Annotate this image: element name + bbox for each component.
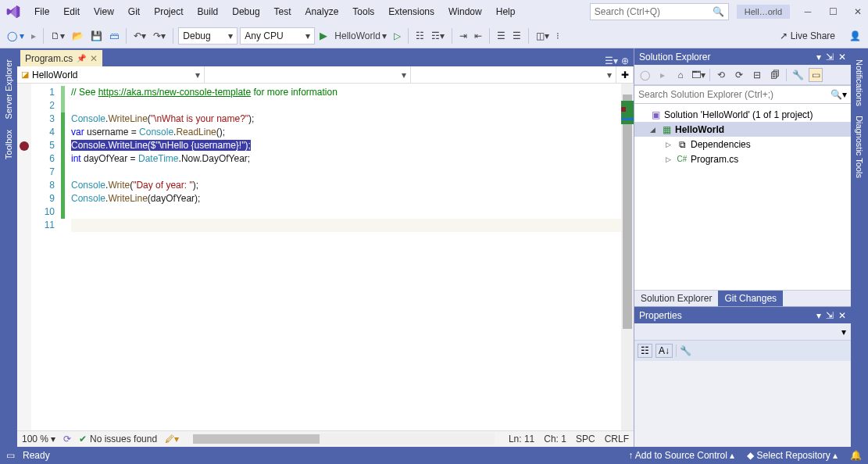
panel-pin-icon[interactable]: ⇲	[826, 310, 834, 321]
menu-file[interactable]: File	[28, 3, 55, 20]
col-indicator[interactable]: Ch: 1	[544, 434, 566, 444]
menu-project[interactable]: Project	[148, 3, 189, 20]
switch-view-icon[interactable]: 🗔▾	[691, 68, 705, 82]
menu-help[interactable]: Help	[490, 3, 522, 20]
nav-project-combo[interactable]: ◪HelloWorld▾	[17, 66, 205, 83]
maximize-button[interactable]: ☐	[827, 6, 838, 17]
nav-fwd-button[interactable]: ▸	[29, 29, 38, 43]
panel-menu-icon[interactable]: ▾	[816, 52, 821, 62]
undo-button[interactable]: ↶▾	[131, 29, 148, 43]
step-btn-2[interactable]: ⇤	[472, 29, 484, 43]
dependencies-node[interactable]: ▷⧉Dependencies	[634, 137, 851, 152]
zoom-level[interactable]: 100 % ▾	[22, 434, 55, 444]
tab-overflow-button[interactable]: ☰▾	[605, 55, 618, 66]
menu-tools[interactable]: Tools	[346, 3, 380, 20]
menu-extensions[interactable]: Extensions	[382, 3, 441, 20]
layout-btn-2[interactable]: ☶▾	[429, 29, 447, 43]
menu-test[interactable]: Test	[268, 3, 298, 20]
menu-build[interactable]: Build	[191, 3, 225, 20]
add-source-control-button[interactable]: ↑ Add to Source Control ▴	[628, 450, 734, 461]
indent-btn-2[interactable]: ☰	[510, 29, 523, 43]
nav-back-button[interactable]: ◯ ▾	[5, 29, 27, 43]
new-item-button[interactable]: 🗋▾	[48, 29, 67, 43]
menu-view[interactable]: View	[88, 3, 120, 20]
preview-icon[interactable]: ▭	[809, 68, 823, 82]
save-all-button[interactable]: 🗃	[107, 29, 121, 43]
notifications-bell-icon[interactable]: 🔔	[850, 450, 862, 461]
code-text[interactable]: // See https://aka.ms/new-console-templa…	[65, 84, 634, 232]
horizontal-scrollbar[interactable]	[193, 434, 495, 444]
breakpoint-gutter[interactable]	[17, 84, 31, 430]
panel-menu-icon[interactable]: ▾	[816, 310, 821, 321]
panel-close-icon[interactable]: ✕	[838, 310, 846, 321]
tab-git-changes[interactable]: Git Changes	[718, 291, 783, 306]
solution-tree[interactable]: ▣Solution 'HelloWorld' (1 of 1 project) …	[634, 104, 851, 290]
solution-search-input[interactable]	[638, 89, 830, 100]
close-tab-icon[interactable]: ✕	[90, 53, 98, 64]
refresh-icon[interactable]: ⟳	[732, 68, 746, 82]
server-explorer-tab[interactable]: Server Explorer	[2, 55, 15, 123]
back-icon[interactable]: ◯	[638, 68, 652, 82]
close-button[interactable]: ✕	[852, 6, 863, 17]
project-node[interactable]: ◢▦HelloWorld	[634, 122, 851, 137]
menu-analyze[interactable]: Analyze	[299, 3, 345, 20]
document-tab[interactable]: Program.cs 📌 ✕	[20, 50, 102, 66]
menu-git[interactable]: Git	[122, 3, 146, 20]
nav-member-combo[interactable]: ▾	[411, 66, 617, 83]
start-target[interactable]: HelloWorld ▾	[332, 29, 388, 43]
notifications-tab[interactable]: Notifications	[853, 55, 866, 111]
global-search[interactable]: 🔍	[590, 3, 729, 20]
menu-debug[interactable]: Debug	[226, 3, 266, 20]
show-all-icon[interactable]: 🗐	[768, 68, 782, 82]
config-combo[interactable]: Debug▾	[178, 27, 238, 45]
panel-close-icon[interactable]: ✕	[838, 52, 846, 62]
collapse-icon[interactable]: ⊟	[750, 68, 764, 82]
feedback-button[interactable]: 👤	[847, 29, 863, 43]
menu-window[interactable]: Window	[442, 3, 488, 20]
menu-edit[interactable]: Edit	[57, 3, 86, 20]
solution-search[interactable]: 🔍▾	[634, 85, 851, 104]
minimize-button[interactable]: ─	[802, 6, 813, 17]
home-icon[interactable]: ⌂	[673, 68, 688, 82]
issues-indicator[interactable]: ✔No issues found	[79, 434, 157, 444]
breakpoint-icon[interactable]	[20, 141, 29, 151]
properties-icon[interactable]: 🔧	[791, 68, 805, 82]
select-repository-button[interactable]: ◆ Select Repository ▴	[747, 450, 838, 461]
open-button[interactable]: 📂	[70, 29, 86, 43]
line-indicator[interactable]: Ln: 11	[509, 434, 534, 444]
toolbox-tab[interactable]: Toolbox	[2, 125, 15, 164]
tab-more-button[interactable]: ⊕	[621, 55, 629, 66]
vertical-scrollbar[interactable]	[621, 84, 634, 430]
indent-indicator[interactable]: SPC	[576, 434, 595, 444]
start-nodebug-button[interactable]: ▷	[391, 29, 403, 43]
nav-type-combo[interactable]: ▾	[205, 66, 411, 83]
properties-wrench-icon[interactable]: 🔧	[680, 345, 691, 356]
code-editor[interactable]: 1234567891011 // See https://aka.ms/new-…	[17, 84, 634, 430]
split-button[interactable]: ✚	[616, 66, 634, 83]
solution-explorer-header[interactable]: Solution Explorer ▾⇲✕	[634, 48, 851, 65]
save-button[interactable]: 💾	[88, 29, 105, 43]
health-icon[interactable]: ⟳	[63, 434, 71, 444]
file-node[interactable]: ▷C#Program.cs	[634, 152, 851, 166]
eol-indicator[interactable]: CRLF	[605, 434, 629, 444]
alphabetical-icon[interactable]: A↓	[655, 344, 673, 358]
redo-button[interactable]: ↷▾	[151, 29, 168, 43]
fwd-icon[interactable]: ▸	[655, 68, 670, 82]
bookmark-btn[interactable]: ◫▾	[534, 29, 552, 43]
live-share-button[interactable]: ↗ Live Share	[780, 30, 835, 41]
pin-icon[interactable]: 📌	[77, 54, 86, 62]
lightbulb-icon[interactable]: 🖉▾	[165, 434, 179, 444]
platform-combo[interactable]: Any CPU▾	[240, 27, 315, 45]
step-btn-1[interactable]: ⇥	[457, 29, 470, 43]
global-search-input[interactable]	[595, 6, 713, 17]
start-debug-button[interactable]: ▶	[317, 28, 330, 43]
indent-btn-1[interactable]: ☰	[495, 29, 508, 43]
extra-btn[interactable]: ⁝	[554, 29, 562, 43]
tab-solution-explorer[interactable]: Solution Explorer	[634, 291, 718, 306]
layout-btn-1[interactable]: ☷	[413, 29, 427, 43]
sync-icon[interactable]: ⟲	[714, 68, 728, 82]
output-icon[interactable]: ▭	[6, 450, 15, 461]
diagnostic-tools-tab[interactable]: Diagnostic Tools	[853, 111, 866, 183]
properties-header[interactable]: Properties ▾⇲✕	[634, 307, 851, 323]
properties-object-combo[interactable]: ▾	[841, 327, 846, 337]
